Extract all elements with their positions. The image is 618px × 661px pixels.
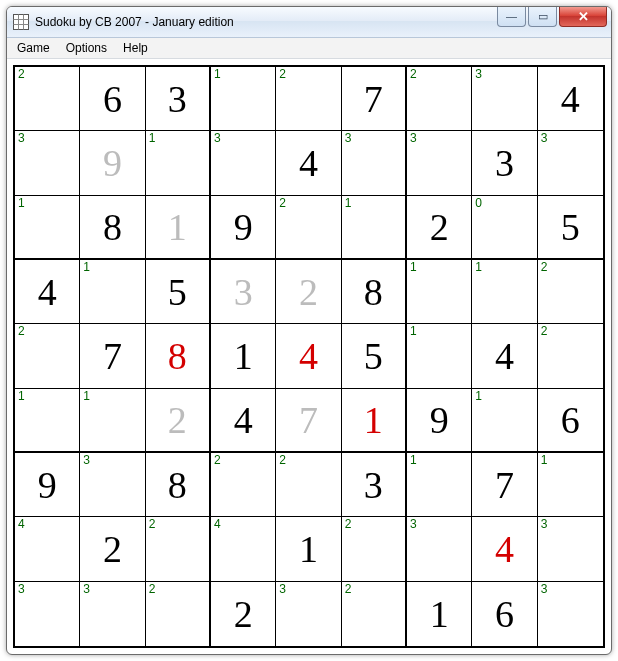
sudoku-cell[interactable]: 9 — [80, 131, 145, 195]
sudoku-cell[interactable]: 3 — [211, 131, 276, 195]
sudoku-cell[interactable]: 3 — [15, 131, 80, 195]
sudoku-cell[interactable]: 1 — [472, 389, 537, 453]
sudoku-cell[interactable]: 4 — [276, 324, 341, 388]
sudoku-cell[interactable]: 7 — [80, 324, 145, 388]
sudoku-cell[interactable]: 2 — [407, 196, 472, 260]
cell-value: 4 — [561, 80, 580, 118]
sudoku-cell[interactable]: 9 — [211, 196, 276, 260]
sudoku-cell[interactable]: 2 — [538, 260, 603, 324]
sudoku-cell[interactable]: 2 — [407, 67, 472, 131]
sudoku-cell[interactable]: 7 — [342, 67, 407, 131]
sudoku-cell[interactable]: 7 — [276, 389, 341, 453]
sudoku-cell[interactable]: 9 — [15, 453, 80, 517]
sudoku-cell[interactable]: 2 — [276, 453, 341, 517]
sudoku-cell[interactable]: 3 — [538, 131, 603, 195]
sudoku-cell[interactable]: 2 — [146, 517, 211, 581]
sudoku-cell[interactable]: 5 — [146, 260, 211, 324]
sudoku-cell[interactable]: 2 — [15, 67, 80, 131]
sudoku-cell[interactable]: 0 — [472, 196, 537, 260]
sudoku-cell[interactable]: 3 — [80, 453, 145, 517]
sudoku-cell[interactable]: 8 — [146, 324, 211, 388]
sudoku-cell[interactable]: 1 — [407, 582, 472, 646]
sudoku-cell[interactable]: 4 — [276, 131, 341, 195]
cell-hint: 3 — [541, 583, 548, 595]
sudoku-cell[interactable]: 4 — [211, 517, 276, 581]
sudoku-cell[interactable]: 1 — [407, 453, 472, 517]
sudoku-cell[interactable]: 1 — [407, 324, 472, 388]
sudoku-cell[interactable]: 3 — [472, 67, 537, 131]
close-button[interactable]: ✕ — [559, 7, 607, 27]
sudoku-cell[interactable]: 4 — [538, 67, 603, 131]
sudoku-cell[interactable]: 1 — [15, 196, 80, 260]
sudoku-cell[interactable]: 4 — [472, 324, 537, 388]
maximize-button[interactable]: ▭ — [528, 7, 557, 27]
sudoku-cell[interactable]: 2 — [211, 453, 276, 517]
sudoku-cell[interactable]: 5 — [342, 324, 407, 388]
sudoku-cell[interactable]: 1 — [342, 196, 407, 260]
cell-value: 9 — [234, 208, 253, 246]
sudoku-cell[interactable]: 3 — [472, 131, 537, 195]
sudoku-cell[interactable]: 4 — [211, 389, 276, 453]
sudoku-cell[interactable]: 1 — [472, 260, 537, 324]
titlebar[interactable]: Sudoku by CB 2007 - January edition — ▭ … — [7, 7, 611, 38]
sudoku-cell[interactable]: 2 — [342, 582, 407, 646]
cell-value: 9 — [430, 401, 449, 439]
sudoku-cell[interactable]: 4 — [15, 517, 80, 581]
cell-value: 4 — [299, 337, 318, 375]
sudoku-cell[interactable]: 3 — [538, 517, 603, 581]
sudoku-cell[interactable]: 6 — [80, 67, 145, 131]
sudoku-cell[interactable]: 1 — [407, 260, 472, 324]
sudoku-cell[interactable]: 1 — [146, 196, 211, 260]
cell-hint: 3 — [541, 518, 548, 530]
sudoku-cell[interactable]: 2 — [538, 324, 603, 388]
sudoku-cell[interactable]: 1 — [15, 389, 80, 453]
sudoku-cell[interactable]: 3 — [407, 517, 472, 581]
sudoku-cell[interactable]: 3 — [15, 582, 80, 646]
cell-hint: 2 — [410, 68, 417, 80]
sudoku-cell[interactable]: 3 — [276, 582, 341, 646]
sudoku-cell[interactable]: 3 — [342, 131, 407, 195]
sudoku-cell[interactable]: 3 — [211, 260, 276, 324]
sudoku-cell[interactable]: 2 — [276, 196, 341, 260]
sudoku-cell[interactable]: 5 — [538, 196, 603, 260]
sudoku-cell[interactable]: 6 — [538, 389, 603, 453]
menu-help[interactable]: Help — [115, 38, 156, 58]
sudoku-cell[interactable]: 2 — [276, 67, 341, 131]
sudoku-cell[interactable]: 7 — [472, 453, 537, 517]
sudoku-cell[interactable]: 1 — [80, 260, 145, 324]
menu-game[interactable]: Game — [9, 38, 58, 58]
sudoku-cell[interactable]: 9 — [407, 389, 472, 453]
sudoku-cell[interactable]: 8 — [80, 196, 145, 260]
sudoku-cell[interactable]: 1 — [80, 389, 145, 453]
sudoku-cell[interactable]: 1 — [146, 131, 211, 195]
sudoku-cell[interactable]: 2 — [146, 582, 211, 646]
sudoku-cell[interactable]: 2 — [146, 389, 211, 453]
sudoku-cell[interactable]: 1 — [538, 453, 603, 517]
sudoku-cell[interactable]: 1 — [276, 517, 341, 581]
sudoku-cell[interactable]: 1 — [342, 389, 407, 453]
sudoku-cell[interactable]: 3 — [342, 453, 407, 517]
cell-hint: 2 — [345, 583, 352, 595]
sudoku-cell[interactable]: 2 — [276, 260, 341, 324]
sudoku-cell[interactable]: 3 — [407, 131, 472, 195]
sudoku-cell[interactable]: 3 — [538, 582, 603, 646]
menu-options[interactable]: Options — [58, 38, 115, 58]
sudoku-cell[interactable]: 3 — [146, 67, 211, 131]
sudoku-cell[interactable]: 4 — [472, 517, 537, 581]
sudoku-cell[interactable]: 2 — [15, 324, 80, 388]
sudoku-cell[interactable]: 6 — [472, 582, 537, 646]
sudoku-cell[interactable]: 1 — [211, 324, 276, 388]
sudoku-cell[interactable]: 8 — [146, 453, 211, 517]
sudoku-cell[interactable]: 2 — [80, 517, 145, 581]
sudoku-cell[interactable]: 4 — [15, 260, 80, 324]
cell-value: 6 — [561, 401, 580, 439]
sudoku-cell[interactable]: 2 — [211, 582, 276, 646]
cell-hint: 2 — [541, 261, 548, 273]
cell-hint: 3 — [83, 454, 90, 466]
sudoku-cell[interactable]: 3 — [80, 582, 145, 646]
sudoku-cell[interactable]: 8 — [342, 260, 407, 324]
minimize-button[interactable]: — — [497, 7, 526, 27]
sudoku-cell[interactable]: 2 — [342, 517, 407, 581]
cell-hint: 2 — [18, 68, 25, 80]
sudoku-cell[interactable]: 1 — [211, 67, 276, 131]
